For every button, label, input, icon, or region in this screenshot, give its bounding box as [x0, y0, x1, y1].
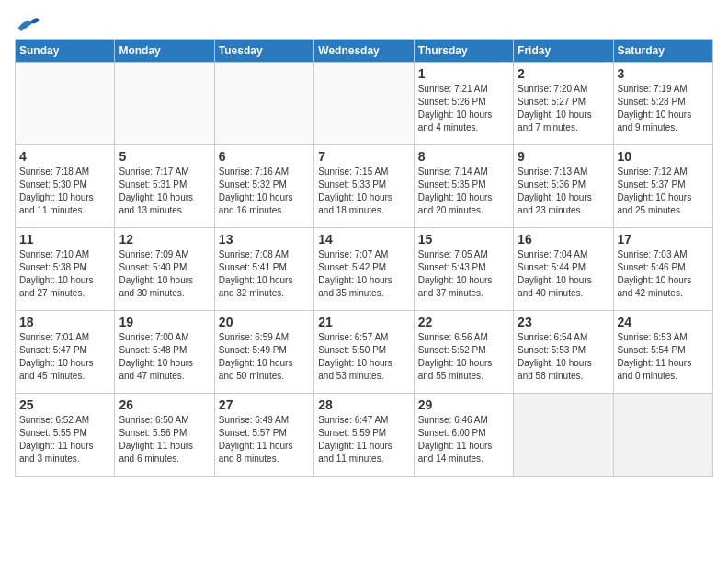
- day-info: Sunrise: 6:57 AM Sunset: 5:50 PM Dayligh…: [318, 331, 409, 383]
- calendar-cell: 24Sunrise: 6:53 AM Sunset: 5:54 PM Dayli…: [613, 311, 712, 394]
- day-info: Sunrise: 7:09 AM Sunset: 5:40 PM Dayligh…: [119, 248, 210, 300]
- calendar-cell: 10Sunrise: 7:12 AM Sunset: 5:37 PM Dayli…: [613, 145, 712, 228]
- calendar-week-row: 18Sunrise: 7:01 AM Sunset: 5:47 PM Dayli…: [16, 311, 713, 394]
- calendar-cell: [314, 63, 414, 145]
- calendar-cell: 8Sunrise: 7:14 AM Sunset: 5:35 PM Daylig…: [414, 145, 513, 228]
- calendar-cell: [115, 63, 214, 145]
- calendar-cell: 4Sunrise: 7:18 AM Sunset: 5:30 PM Daylig…: [16, 145, 115, 228]
- day-info: Sunrise: 7:14 AM Sunset: 5:35 PM Dayligh…: [418, 166, 509, 217]
- day-number: 2: [518, 66, 609, 81]
- header-day-tuesday: Tuesday: [214, 40, 313, 63]
- day-info: Sunrise: 7:08 AM Sunset: 5:41 PM Dayligh…: [219, 248, 310, 300]
- day-info: Sunrise: 6:52 AM Sunset: 5:55 PM Dayligh…: [19, 414, 110, 465]
- day-info: Sunrise: 6:59 AM Sunset: 5:49 PM Dayligh…: [219, 331, 310, 383]
- day-info: Sunrise: 6:46 AM Sunset: 6:00 PM Dayligh…: [418, 414, 509, 465]
- day-info: Sunrise: 7:12 AM Sunset: 5:37 PM Dayligh…: [618, 166, 709, 217]
- day-info: Sunrise: 7:16 AM Sunset: 5:32 PM Dayligh…: [219, 166, 310, 217]
- calendar-cell: 26Sunrise: 6:50 AM Sunset: 5:56 PM Dayli…: [115, 394, 214, 477]
- calendar-cell: [613, 394, 712, 477]
- day-number: 15: [418, 232, 509, 247]
- day-number: 22: [418, 315, 509, 329]
- logo: [15, 15, 44, 35]
- day-number: 1: [418, 66, 509, 81]
- day-number: 5: [119, 149, 210, 164]
- day-info: Sunrise: 7:01 AM Sunset: 5:47 PM Dayligh…: [19, 331, 110, 383]
- calendar-cell: 3Sunrise: 7:19 AM Sunset: 5:28 PM Daylig…: [613, 63, 712, 145]
- calendar-cell: 5Sunrise: 7:17 AM Sunset: 5:31 PM Daylig…: [115, 145, 214, 228]
- calendar-cell: 20Sunrise: 6:59 AM Sunset: 5:49 PM Dayli…: [214, 311, 313, 394]
- calendar-week-row: 11Sunrise: 7:10 AM Sunset: 5:38 PM Dayli…: [16, 228, 713, 311]
- header: [15, 15, 713, 35]
- calendar-cell: 12Sunrise: 7:09 AM Sunset: 5:40 PM Dayli…: [115, 228, 214, 311]
- day-info: Sunrise: 7:18 AM Sunset: 5:30 PM Dayligh…: [19, 166, 110, 217]
- day-number: 25: [19, 397, 110, 412]
- logo-bird-icon: [15, 15, 40, 35]
- header-day-thursday: Thursday: [414, 40, 513, 63]
- day-info: Sunrise: 7:15 AM Sunset: 5:33 PM Dayligh…: [318, 166, 409, 217]
- day-info: Sunrise: 6:49 AM Sunset: 5:57 PM Dayligh…: [219, 414, 310, 465]
- day-number: 9: [518, 149, 609, 164]
- day-number: 8: [418, 149, 509, 164]
- day-number: 24: [618, 315, 709, 329]
- calendar-cell: 6Sunrise: 7:16 AM Sunset: 5:32 PM Daylig…: [214, 145, 313, 228]
- header-day-monday: Monday: [115, 40, 214, 63]
- day-number: 27: [219, 397, 310, 412]
- calendar-cell: 22Sunrise: 6:56 AM Sunset: 5:52 PM Dayli…: [414, 311, 513, 394]
- day-number: 6: [219, 149, 310, 164]
- day-number: 20: [219, 315, 310, 329]
- calendar-cell: 16Sunrise: 7:04 AM Sunset: 5:44 PM Dayli…: [514, 228, 613, 311]
- calendar-cell: 14Sunrise: 7:07 AM Sunset: 5:42 PM Dayli…: [314, 228, 414, 311]
- calendar-cell: 19Sunrise: 7:00 AM Sunset: 5:48 PM Dayli…: [115, 311, 214, 394]
- calendar-week-row: 1Sunrise: 7:21 AM Sunset: 5:26 PM Daylig…: [16, 63, 713, 145]
- header-day-sunday: Sunday: [16, 40, 115, 63]
- calendar-cell: 11Sunrise: 7:10 AM Sunset: 5:38 PM Dayli…: [16, 228, 115, 311]
- day-number: 11: [19, 232, 110, 247]
- header-day-wednesday: Wednesday: [314, 40, 414, 63]
- day-info: Sunrise: 7:03 AM Sunset: 5:46 PM Dayligh…: [618, 248, 709, 300]
- day-number: 16: [518, 232, 609, 247]
- calendar-cell: [514, 394, 613, 477]
- calendar-cell: [214, 63, 313, 145]
- calendar-cell: 28Sunrise: 6:47 AM Sunset: 5:59 PM Dayli…: [314, 394, 414, 477]
- calendar-week-row: 25Sunrise: 6:52 AM Sunset: 5:55 PM Dayli…: [16, 394, 713, 477]
- calendar-cell: 21Sunrise: 6:57 AM Sunset: 5:50 PM Dayli…: [314, 311, 414, 394]
- header-day-saturday: Saturday: [613, 40, 712, 63]
- day-info: Sunrise: 7:07 AM Sunset: 5:42 PM Dayligh…: [318, 248, 409, 300]
- day-info: Sunrise: 6:56 AM Sunset: 5:52 PM Dayligh…: [418, 331, 509, 383]
- day-number: 29: [418, 397, 509, 412]
- day-number: 7: [318, 149, 409, 164]
- day-number: 10: [618, 149, 709, 164]
- day-info: Sunrise: 7:05 AM Sunset: 5:43 PM Dayligh…: [418, 248, 509, 300]
- day-number: 12: [119, 232, 210, 247]
- calendar-table: SundayMondayTuesdayWednesdayThursdayFrid…: [15, 39, 713, 477]
- calendar-cell: 27Sunrise: 6:49 AM Sunset: 5:57 PM Dayli…: [214, 394, 313, 477]
- calendar-cell: 29Sunrise: 6:46 AM Sunset: 6:00 PM Dayli…: [414, 394, 513, 477]
- day-number: 18: [19, 315, 110, 329]
- day-number: 28: [318, 397, 409, 412]
- calendar-cell: 2Sunrise: 7:20 AM Sunset: 5:27 PM Daylig…: [514, 63, 613, 145]
- calendar-cell: 18Sunrise: 7:01 AM Sunset: 5:47 PM Dayli…: [16, 311, 115, 394]
- day-info: Sunrise: 7:21 AM Sunset: 5:26 PM Dayligh…: [418, 83, 509, 134]
- calendar-cell: [16, 63, 115, 145]
- calendar-cell: 9Sunrise: 7:13 AM Sunset: 5:36 PM Daylig…: [514, 145, 613, 228]
- day-number: 13: [219, 232, 310, 247]
- day-info: Sunrise: 7:17 AM Sunset: 5:31 PM Dayligh…: [119, 166, 210, 217]
- day-info: Sunrise: 6:50 AM Sunset: 5:56 PM Dayligh…: [119, 414, 210, 465]
- calendar-cell: 7Sunrise: 7:15 AM Sunset: 5:33 PM Daylig…: [314, 145, 414, 228]
- day-info: Sunrise: 6:47 AM Sunset: 5:59 PM Dayligh…: [318, 414, 409, 465]
- calendar-cell: 17Sunrise: 7:03 AM Sunset: 5:46 PM Dayli…: [613, 228, 712, 311]
- day-number: 4: [19, 149, 110, 164]
- calendar-cell: 13Sunrise: 7:08 AM Sunset: 5:41 PM Dayli…: [214, 228, 313, 311]
- calendar-cell: 25Sunrise: 6:52 AM Sunset: 5:55 PM Dayli…: [16, 394, 115, 477]
- day-info: Sunrise: 6:53 AM Sunset: 5:54 PM Dayligh…: [618, 331, 709, 383]
- header-day-friday: Friday: [514, 40, 613, 63]
- day-info: Sunrise: 7:19 AM Sunset: 5:28 PM Dayligh…: [618, 83, 709, 134]
- day-number: 21: [318, 315, 409, 329]
- day-info: Sunrise: 7:00 AM Sunset: 5:48 PM Dayligh…: [119, 331, 210, 383]
- day-info: Sunrise: 7:04 AM Sunset: 5:44 PM Dayligh…: [518, 248, 609, 300]
- day-info: Sunrise: 6:54 AM Sunset: 5:53 PM Dayligh…: [518, 331, 609, 383]
- day-number: 23: [518, 315, 609, 329]
- day-info: Sunrise: 7:13 AM Sunset: 5:36 PM Dayligh…: [518, 166, 609, 217]
- day-number: 14: [318, 232, 409, 247]
- calendar-cell: 1Sunrise: 7:21 AM Sunset: 5:26 PM Daylig…: [414, 63, 513, 145]
